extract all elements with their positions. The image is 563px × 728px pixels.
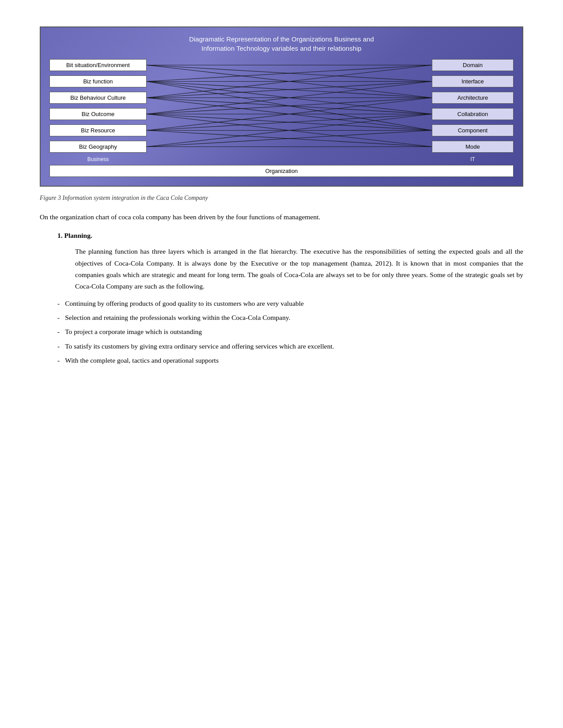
- diagram-title: Diagramatic Representation of the Organi…: [49, 34, 514, 53]
- bullet-item-1: - Selection and retaining the profession…: [57, 312, 523, 323]
- left-box-5: Biz Geography: [49, 141, 147, 153]
- right-box-0: Domain: [432, 59, 514, 71]
- diagram-title-line2: Information Technology variables and the…: [201, 45, 361, 52]
- bullet-dash-1: -: [57, 312, 60, 323]
- bullet-dash-3: -: [57, 341, 60, 352]
- bottom-label-it: IT: [432, 156, 514, 162]
- svg-line-20: [147, 82, 432, 131]
- diagram-box: Diagramatic Representation of the Organi…: [40, 26, 523, 187]
- bullet-item-2: - To project a corporate image which is …: [57, 326, 523, 338]
- diagram-inner: Bit situation/Environment Biz function B…: [49, 59, 514, 153]
- body-paragraph: On the organization chart of coca cola c…: [40, 211, 523, 223]
- right-box-4: Component: [432, 124, 514, 136]
- left-box-4: Biz Resource: [49, 124, 147, 136]
- right-box-3: Collabration: [432, 108, 514, 120]
- bullet-item-3: - To satisfy its customers by giving ext…: [57, 341, 523, 352]
- left-box-2: Biz Behaviour Culture: [49, 92, 147, 104]
- diagram-title-line1: Diagramatic Representation of the Organi…: [189, 35, 374, 43]
- bullet-text-1: Selection and retaining the professional…: [65, 312, 290, 323]
- section1-heading: 1. Planning.: [57, 232, 523, 240]
- left-box-3: Biz Outcome: [49, 108, 147, 120]
- bullet-text-0: Continuing by offering products of good …: [65, 298, 304, 309]
- bullet-text-4: With the complete goal, tactics and oper…: [65, 355, 219, 366]
- bottom-row: Business IT: [49, 156, 514, 162]
- left-box-0: Bit situation/Environment: [49, 59, 147, 71]
- left-column: Bit situation/Environment Biz function B…: [49, 59, 147, 153]
- bullet-dash-0: -: [57, 298, 60, 309]
- bullet-item-4: - With the complete goal, tactics and op…: [57, 355, 523, 366]
- right-box-1: Interface: [432, 75, 514, 87]
- bottom-label-business: Business: [49, 156, 147, 162]
- diagram-wrapper: Diagramatic Representation of the Organi…: [40, 26, 523, 187]
- right-box-2: Architecture: [432, 92, 514, 104]
- bullet-item-0: - Continuing by offering products of goo…: [57, 298, 523, 309]
- section1-paragraph1: The planning function has three layers w…: [75, 246, 523, 292]
- right-box-5: Mode: [432, 141, 514, 153]
- right-column: Domain Interface Architecture Collabrati…: [432, 59, 514, 153]
- bullet-text-3: To satisfy its customers by giving extra…: [65, 341, 334, 352]
- left-box-1: Biz function: [49, 75, 147, 87]
- bullet-dash-2: -: [57, 326, 60, 338]
- figure-caption: Figure 3 Information system integration …: [40, 195, 523, 202]
- bullet-text-2: To project a corporate image which is ou…: [65, 326, 202, 338]
- org-box: Organization: [49, 165, 514, 177]
- bullet-dash-4: -: [57, 355, 60, 366]
